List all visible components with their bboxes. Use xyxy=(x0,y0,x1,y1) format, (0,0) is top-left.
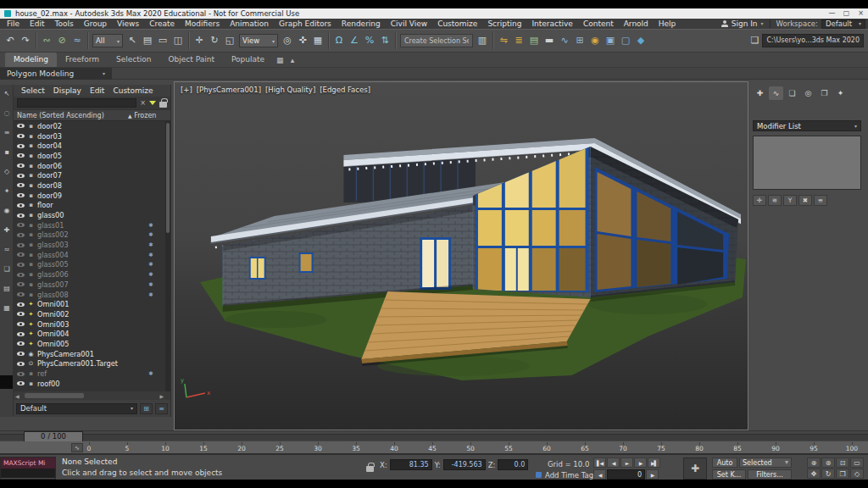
show-groups-icon[interactable]: ❏ xyxy=(0,263,14,275)
utilities-tab[interactable]: ✦ xyxy=(833,86,848,100)
hierarchy-tab[interactable]: ❏ xyxy=(785,86,799,100)
scroll-left-icon[interactable]: ◀ xyxy=(15,393,19,399)
search-input[interactable] xyxy=(17,98,136,108)
show-space-warps-icon[interactable]: ≈ xyxy=(0,244,14,256)
visibility-eye-icon[interactable] xyxy=(17,372,25,376)
percent-snap-icon[interactable]: % xyxy=(362,32,377,49)
scrollbar-thumb[interactable] xyxy=(166,123,170,233)
zoom-all-icon[interactable]: ⊛ xyxy=(821,458,835,468)
set-key-button[interactable]: Set K... xyxy=(712,469,746,480)
z-coordinate-field[interactable] xyxy=(498,459,528,470)
scene-item-glass005[interactable]: ▪glass005✱ xyxy=(14,260,165,270)
viewport[interactable]: x y [+] [PhysCamera001] [High Quality] [… xyxy=(174,81,748,430)
visibility-eye-icon[interactable] xyxy=(17,124,25,128)
menu-help[interactable]: Help xyxy=(654,19,682,29)
menu-scripting[interactable]: Scripting xyxy=(482,19,526,29)
scene-item-floor[interactable]: ▪floor xyxy=(14,201,165,211)
layer-manager-icon[interactable]: ▤ xyxy=(526,32,542,49)
menu-group[interactable]: Group xyxy=(79,19,112,29)
motion-tab[interactable]: ◎ xyxy=(801,86,815,100)
explorer-menu-customize[interactable]: Customize xyxy=(108,86,157,95)
next-frame-button[interactable]: ▶ xyxy=(646,469,659,480)
explorer-find-icon[interactable]: ◌ xyxy=(0,108,14,119)
lock-icon[interactable] xyxy=(159,102,167,108)
y-coordinate-field[interactable] xyxy=(443,459,486,470)
ribbon-tab-populate[interactable]: Populate xyxy=(223,53,273,67)
scrollbar-thumb[interactable] xyxy=(25,393,84,398)
maxscript-input-line[interactable] xyxy=(1,469,55,478)
visibility-eye-icon[interactable] xyxy=(17,292,25,297)
key-filters-button[interactable]: Filters... xyxy=(748,469,792,480)
selection-lock-icon[interactable] xyxy=(366,466,374,472)
schematic-view-icon[interactable]: ⊞ xyxy=(572,32,587,49)
use-pivot-center-icon[interactable]: ◎ xyxy=(280,32,295,49)
scene-item-door08[interactable]: ▪door08 xyxy=(14,180,165,191)
zoom-region-icon[interactable]: ▭ xyxy=(850,458,864,468)
menu-tools[interactable]: Tools xyxy=(50,19,79,29)
menu-animation[interactable]: Animation xyxy=(225,19,274,29)
menu-civil-view[interactable]: Civil View xyxy=(386,19,432,29)
render-production-icon[interactable]: ◆ xyxy=(633,32,648,49)
scene-item-glass002[interactable]: ▪glass002✱ xyxy=(14,230,165,241)
viewport-shading-menu[interactable]: [High Quality] xyxy=(265,86,315,94)
set-keys-button[interactable]: ✚ xyxy=(683,458,707,480)
scene-item-glass003[interactable]: ▪glass003✱ xyxy=(14,240,165,250)
project-path-display[interactable]: C:\Users\yo...3ds Max 2020 xyxy=(762,34,864,47)
scene-item-door04[interactable]: ▪door04 xyxy=(14,141,165,151)
select-and-rotate-icon[interactable]: ↻ xyxy=(207,32,222,49)
ribbon-tab-modeling[interactable]: Modeling xyxy=(5,53,57,67)
viewport-general-menu[interactable]: [+] xyxy=(181,86,192,94)
explorer-options-button[interactable]: ≡ xyxy=(155,403,168,414)
visibility-eye-icon[interactable] xyxy=(17,193,25,197)
zoom-icon[interactable]: ⊕ xyxy=(807,458,821,468)
material-editor-icon[interactable]: ◉ xyxy=(587,32,603,49)
align-icon[interactable]: ≣ xyxy=(511,32,526,49)
visibility-eye-icon[interactable] xyxy=(17,223,25,227)
previous-frame-button[interactable]: ◀ xyxy=(593,469,606,480)
scene-item-door09[interactable]: ▪door09 xyxy=(14,191,165,201)
scene-item-door06[interactable]: ▪door06 xyxy=(14,161,165,171)
viewport-pov-menu[interactable]: [PhysCamera001] xyxy=(197,86,261,94)
angle-snap-icon[interactable]: ∠ xyxy=(347,32,362,49)
unlink-selection-icon[interactable]: ⊘ xyxy=(54,32,70,49)
scroll-right-icon[interactable]: ▶ xyxy=(159,393,164,399)
scene-item-roof00[interactable]: ▪roof00 xyxy=(14,379,165,389)
horizontal-scrollbar[interactable]: ◀ ▶ xyxy=(14,391,165,400)
create-tab[interactable]: ✚ xyxy=(753,86,767,100)
scene-item-door07[interactable]: ▪door07 xyxy=(14,170,165,180)
visibility-eye-icon[interactable] xyxy=(17,332,25,336)
undo-icon[interactable]: ↶ xyxy=(3,32,18,49)
visibility-eye-icon[interactable] xyxy=(17,233,25,237)
edit-named-selections-icon[interactable]: ▥ xyxy=(475,32,490,49)
minimize-button[interactable]: — xyxy=(825,8,839,19)
visibility-eye-icon[interactable] xyxy=(17,243,25,247)
visibility-eye-icon[interactable] xyxy=(17,183,25,187)
select-and-link-icon[interactable]: ∾ xyxy=(39,32,54,49)
snaps-toggle-icon[interactable]: Ω xyxy=(331,32,347,49)
previous-key-button[interactable]: ◀ xyxy=(607,458,620,468)
explorer-menu-select[interactable]: Select xyxy=(17,86,49,95)
rectangular-selection-icon[interactable]: ▭ xyxy=(155,32,170,49)
visibility-eye-icon[interactable] xyxy=(17,263,25,267)
close-button[interactable]: × xyxy=(854,8,868,19)
show-end-result-icon[interactable]: ≋ xyxy=(768,195,782,206)
go-to-end-button[interactable]: ▶▌ xyxy=(648,458,660,468)
polygon-modeling-panel[interactable]: Polygon Modeling ▾ xyxy=(0,68,112,80)
time-slider-track[interactable] xyxy=(0,434,868,441)
explorer-menu-display[interactable]: Display xyxy=(49,86,86,95)
key-selection-dropdown[interactable]: Selected ▾ xyxy=(739,458,792,468)
maxscript-mini-listener[interactable]: MAXScript Mi xyxy=(0,457,56,480)
show-geometry-icon[interactable]: ▪ xyxy=(0,147,14,158)
remove-modifier-icon[interactable]: ✖ xyxy=(798,195,812,206)
explorer-config-button[interactable]: ⊞ xyxy=(140,403,153,414)
visibility-eye-icon[interactable] xyxy=(17,322,25,326)
select-and-scale-icon[interactable]: ◱ xyxy=(222,32,237,49)
scene-item-ref[interactable]: ▪ref✱ xyxy=(14,369,165,379)
explorer-menu-edit[interactable]: Edit xyxy=(86,86,108,95)
project-folder-icon[interactable]: ❏ xyxy=(747,32,762,49)
rendered-frame-icon[interactable]: ▢ xyxy=(618,32,633,49)
ribbon-minimize-icon[interactable]: ▴ xyxy=(287,56,298,64)
scene-item-door02[interactable]: ▪door02 xyxy=(14,121,165,131)
explorer-preset-dropdown[interactable]: Default ▾ xyxy=(16,403,137,414)
visibility-eye-icon[interactable] xyxy=(17,273,25,277)
